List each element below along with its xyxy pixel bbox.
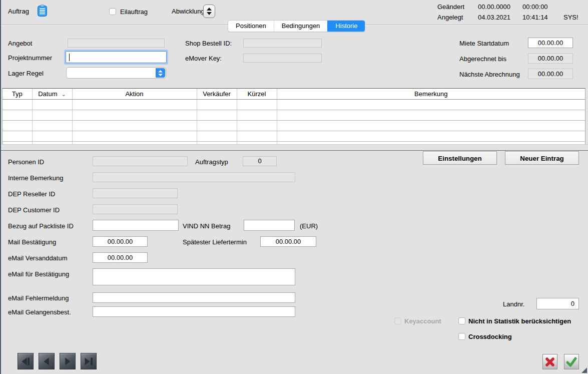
last-record-button[interactable] [81,353,97,369]
lager-regel-select[interactable] [66,67,166,79]
table-cell[interactable] [72,121,197,131]
table-cell[interactable] [237,110,277,121]
table-cell[interactable] [197,110,237,121]
landnr-field[interactable]: 0 [536,298,579,309]
table-cell[interactable] [277,121,585,131]
table-cell[interactable] [277,142,585,145]
crossdocking-checkbox[interactable] [458,333,465,340]
landnr-label: Landnr. [503,300,524,308]
abwicklung-stepper[interactable] [203,5,215,18]
table-cell[interactable] [32,110,72,121]
col-header-bemerkung[interactable]: Bemerkung [277,89,585,100]
col-header-verkaeufer[interactable]: Verkäufer [197,89,237,100]
table-cell[interactable] [237,100,277,110]
table-row[interactable] [3,121,585,131]
angelegt-time: 10:41:14 [522,14,548,21]
spaetester-liefertermin-field[interactable]: 00.00.00 [260,236,316,247]
personen-id-field [93,156,188,166]
previous-record-button[interactable] [39,353,55,369]
personen-id-label: Personen ID [8,158,44,166]
eilauftrag-label: Eilauftrag [120,8,148,16]
text-cursor [69,54,70,61]
miete-startdatum-field[interactable]: 00.00.00 [528,38,573,48]
table-row[interactable] [3,142,585,145]
user-badge: SYS! [563,14,578,21]
table-row[interactable] [3,110,585,121]
table-cell[interactable] [237,121,277,131]
col-header-kuerzel[interactable]: Kürzel [237,89,277,100]
projektnummer-field[interactable] [66,51,167,63]
nicht-in-statistik-label: Nicht in Statistik berücksichtigen [468,317,571,325]
table-cell[interactable] [277,131,585,142]
lager-regel-label: Lager Regel [8,70,44,77]
vind-nn-betrag-label: VIND NN Betrag [183,222,230,230]
neuer-eintrag-button[interactable]: Neuer Eintrag [505,151,579,165]
bezug-packliste-label: Bezug auf Packliste ID [8,222,74,230]
email-versanddatum-field[interactable]: 00.00.00 [93,252,148,263]
table-cell[interactable] [72,100,197,110]
table-cell[interactable] [197,131,237,142]
previous-icon [39,353,54,369]
table-cell[interactable] [72,110,197,121]
keyaccount-checkbox [394,317,401,324]
interne-bemerkung-field [93,172,295,182]
vind-nn-betrag-field[interactable] [244,220,295,231]
auftragstyp-label: Auftragstyp [195,158,228,166]
stepper-down-icon [207,12,212,15]
table-cell[interactable] [197,121,237,131]
col-header-typ[interactable]: Typ [3,89,32,100]
table-cell[interactable] [32,142,72,145]
next-record-button[interactable] [60,353,76,369]
mail-bestaetigung-field[interactable]: 00.00.00 [93,236,148,247]
table-row[interactable] [3,100,585,110]
table-cell[interactable] [32,131,72,142]
email-gelangensbest-field[interactable] [93,306,295,317]
email-fehlermeldung-field[interactable] [93,292,295,303]
tab-bar: Positionen Bedingungen Historie [228,20,365,32]
col-header-aktion[interactable]: Aktion [72,89,197,100]
skip-to-last-icon [81,353,96,369]
auftrag-window: Auftrag Eilauftrag Abwicklung Geändert 0… [0,0,588,374]
first-record-button[interactable] [18,353,34,369]
nicht-in-statistik-checkbox[interactable] [458,317,465,324]
skip-to-first-icon [18,353,33,369]
table-cell[interactable] [277,100,585,110]
table-cell[interactable] [32,121,72,131]
table-cell[interactable] [3,100,32,110]
email-versanddatum-label: eMail Versanddatum [8,254,68,262]
table-cell[interactable] [277,110,585,121]
window-resize-grip[interactable] [581,367,587,373]
tab-positionen[interactable]: Positionen [228,21,274,32]
table-cell[interactable] [3,110,32,121]
table-cell[interactable] [3,121,32,131]
confirm-button[interactable] [564,354,579,369]
email-fehlermeldung-label: eMail Fehlermeldung [8,294,69,302]
table-cell[interactable] [32,100,72,110]
order-clipboard-icon[interactable] [37,5,48,19]
chevron-up-down-icon [156,68,165,78]
table-cell[interactable] [3,142,32,145]
table-cell[interactable] [72,142,197,145]
miete-startdatum-label: Miete Startdatum [459,40,509,47]
table-cell[interactable] [237,142,277,145]
email-fuer-bestaetigung-field[interactable] [93,268,295,285]
tab-bedingungen[interactable]: Bedingungen [274,21,328,32]
table-cell[interactable] [237,131,277,142]
einstellungen-button[interactable]: Einstellungen [423,151,497,165]
table-cell[interactable] [3,131,32,142]
angebot-field [68,39,165,48]
projektnummer-label: Projektnummer [8,54,52,62]
eilauftrag-checkbox[interactable] [109,8,116,15]
cancel-button[interactable] [542,354,557,369]
table-row[interactable] [3,131,585,142]
col-header-datum[interactable]: Datum⌄ [32,89,72,100]
section-divider [1,150,588,151]
table-cell[interactable] [72,131,197,142]
table-cell[interactable] [197,142,237,145]
interne-bemerkung-label: Interne Bemerkung [8,174,64,182]
table-cell[interactable] [197,100,237,110]
emover-key-field [243,54,322,63]
bezug-packliste-field[interactable] [93,220,179,231]
email-fuer-bestaetigung-label: eMail für Bestätigung [8,270,69,278]
tab-historie[interactable]: Historie [327,21,365,32]
